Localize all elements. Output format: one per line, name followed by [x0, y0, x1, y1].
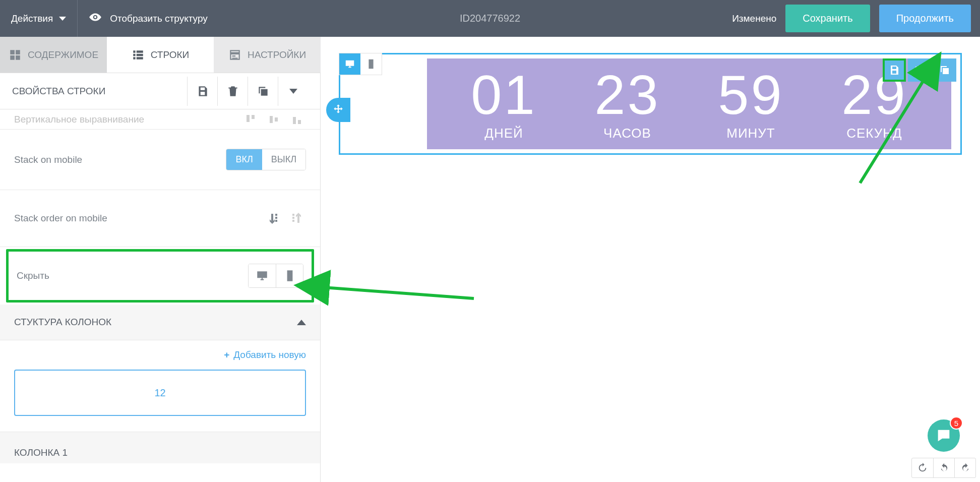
row-properties-header: СВОЙСТВА СТРОКИ: [0, 73, 320, 109]
stack-order-reverse-button[interactable]: [288, 209, 306, 227]
element-duplicate-button[interactable]: [933, 58, 956, 82]
align-bottom-button[interactable]: [288, 110, 306, 129]
preview-mobile-button[interactable]: [360, 53, 382, 75]
column-structure-header[interactable]: СТУКТУРА КОЛОНОК: [0, 305, 320, 340]
undo-button[interactable]: [933, 458, 954, 477]
tab-settings[interactable]: НАСТРОЙКИ: [214, 37, 321, 73]
rows-icon: [132, 48, 145, 62]
element-delete-button[interactable]: [908, 58, 931, 82]
toggle-off[interactable]: ВЫКЛ: [262, 149, 305, 170]
undo-icon: [939, 462, 950, 473]
toggle-on[interactable]: ВКЛ: [226, 149, 262, 170]
history-icon: [917, 462, 928, 473]
desktop-icon: [344, 58, 355, 70]
status-label: Изменено: [732, 13, 776, 24]
mobile-icon: [283, 269, 296, 282]
countdown-hours: 23 ЧАСОВ: [594, 67, 660, 141]
actions-menu[interactable]: Действия: [0, 0, 78, 37]
device-preview-badge: [339, 53, 382, 75]
save-button[interactable]: Сохранить: [785, 5, 870, 32]
stack-order-row: Stack order on mobile: [0, 190, 320, 247]
history-button[interactable]: [912, 458, 933, 477]
grid-icon: [9, 48, 22, 62]
hide-label: Скрыть: [17, 270, 49, 281]
row-properties-label: СВОЙСТВА СТРОКИ: [12, 86, 105, 97]
svg-rect-2: [270, 116, 273, 123]
copy-icon: [939, 64, 951, 76]
show-structure-label: Отобразить структуру: [110, 13, 207, 24]
settings-icon: [228, 48, 241, 62]
sidebar-tabs: СОДЕРЖИМОЕ СТРОКИ НАСТРОЙКИ: [0, 37, 321, 73]
svg-rect-5: [298, 120, 301, 124]
countdown-minutes: 59 МИНУТ: [718, 67, 783, 141]
hide-desktop-button[interactable]: [249, 264, 276, 287]
svg-rect-0: [247, 115, 250, 122]
mobile-icon: [365, 58, 377, 70]
save-row-button[interactable]: [187, 77, 217, 106]
redo-button[interactable]: [954, 458, 975, 477]
svg-rect-4: [293, 117, 296, 124]
properties-sidebar: СВОЙСТВА СТРОКИ Вертикальное выравнивани…: [0, 73, 321, 482]
chat-icon: [935, 427, 952, 444]
eye-icon: [89, 11, 102, 26]
chat-badge: 5: [950, 416, 963, 430]
chevron-down-icon: [59, 17, 66, 21]
svg-rect-3: [275, 117, 278, 122]
tab-rows[interactable]: СТРОКИ: [107, 37, 214, 73]
redo-icon: [960, 462, 971, 473]
align-top-button[interactable]: [241, 110, 260, 129]
hide-row-highlight: Скрыть: [6, 249, 314, 303]
element-save-button[interactable]: [883, 58, 906, 82]
history-toolbar: [911, 458, 976, 478]
add-column-button[interactable]: +Добавить новую: [0, 340, 320, 366]
chevron-down-icon: [289, 89, 297, 94]
duplicate-row-button[interactable]: [248, 77, 278, 106]
svg-rect-1: [252, 115, 255, 119]
move-icon: [332, 103, 345, 116]
stack-toggle[interactable]: ВКЛ ВЫКЛ: [226, 149, 306, 170]
stack-on-mobile-row: Stack on mobile ВКЛ ВЫКЛ: [0, 130, 320, 190]
trash-icon: [913, 64, 926, 76]
collapse-row-button[interactable]: [278, 77, 308, 106]
save-icon: [888, 64, 900, 76]
chevron-up-icon: [297, 320, 306, 325]
show-structure-button[interactable]: Отобразить структуру: [78, 11, 218, 26]
countdown-days: 01 ДНЕЙ: [471, 67, 536, 141]
chat-button[interactable]: 5: [928, 419, 960, 452]
document-id: ID204776922: [460, 13, 520, 24]
hide-mobile-button[interactable]: [276, 264, 303, 287]
continue-button[interactable]: Продолжить: [879, 5, 971, 32]
vertical-align-row: Вертикальное выравнивание: [0, 109, 320, 130]
plus-icon: +: [224, 349, 229, 360]
canvas-area: 01 ДНЕЙ 23 ЧАСОВ 59 МИНУТ 29 СЕКУНД: [321, 37, 980, 482]
column-1-label: КОЛОНКА 1: [0, 432, 320, 463]
selected-row-frame[interactable]: 01 ДНЕЙ 23 ЧАСОВ 59 МИНУТ 29 СЕКУНД: [339, 53, 962, 155]
top-bar: Действия Отобразить структуру ID20477692…: [0, 0, 980, 37]
desktop-icon: [256, 269, 269, 282]
actions-label: Действия: [11, 13, 53, 24]
preview-desktop-button[interactable]: [339, 53, 360, 75]
column-width-box[interactable]: 12: [14, 370, 306, 416]
drag-handle[interactable]: [326, 98, 350, 122]
delete-row-button[interactable]: [217, 77, 248, 106]
tab-content[interactable]: СОДЕРЖИМОЕ: [0, 37, 107, 73]
align-middle-button[interactable]: [265, 110, 283, 129]
countdown-block[interactable]: 01 ДНЕЙ 23 ЧАСОВ 59 МИНУТ 29 СЕКУНД: [427, 58, 951, 149]
stack-order-default-button[interactable]: [265, 209, 283, 227]
